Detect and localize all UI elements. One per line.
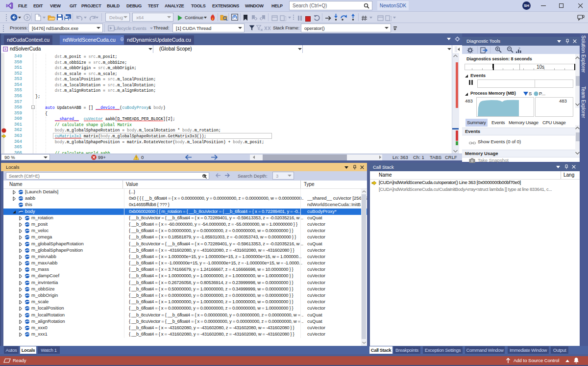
svg-text:?: ? [518,47,520,50]
